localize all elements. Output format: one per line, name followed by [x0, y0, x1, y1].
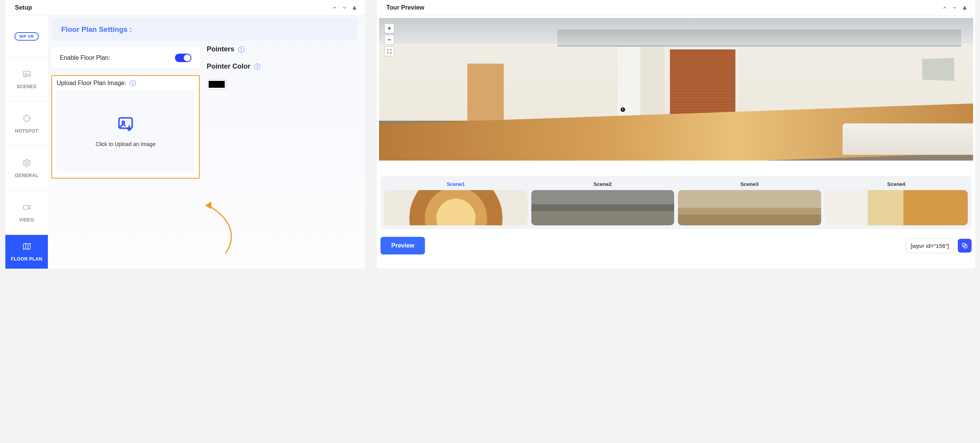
shortcode-block: [wpvr id="156"] [906, 238, 972, 253]
sidebar-item-video[interactable]: VIDEO [5, 190, 48, 235]
info-icon[interactable]: i [130, 80, 136, 86]
copy-shortcode-button[interactable] [958, 239, 972, 253]
scene-thumb-3[interactable]: Scene3 [678, 181, 821, 225]
enable-floor-plan-label: Enable Floor Plan: [60, 54, 110, 61]
upload-hint-text: Click to Upload an Image [96, 141, 155, 147]
video-icon [22, 203, 31, 212]
pointer-color-label-text: Pointer Color [207, 62, 250, 71]
scene-thumb-4[interactable]: Scene4 [825, 181, 968, 225]
scene-thumb-1[interactable]: Scene1 [384, 181, 528, 225]
upload-floor-plan-label: Upload Floor Plan Image: i [57, 80, 194, 87]
copy-icon [961, 242, 968, 249]
enable-floor-plan-row: Enable Floor Plan: [51, 48, 200, 68]
collapse-down-icon[interactable] [951, 4, 959, 11]
sidebar-item-hotspot[interactable]: HOTSPOT [5, 102, 48, 146]
settings-title-bar: Floor Plan Settings : [51, 18, 358, 41]
upload-floor-plan-dropzone[interactable]: Click to Upload an Image [57, 90, 194, 172]
setup-title: Setup [15, 4, 32, 11]
logo-text: WP VR [15, 32, 38, 41]
settings-heading: Floor Plan Settings : [61, 25, 348, 34]
sidebar: WP VR SCENES HOTSPOT GENERAL VIDE [5, 16, 48, 269]
zoom-out-button[interactable]: − [384, 35, 394, 45]
tour-preview-viewport[interactable]: + − i [379, 18, 973, 161]
upload-label-text: Upload Floor Plan Image: [57, 80, 126, 87]
tour-preview-title: Tour Preview [386, 4, 424, 11]
collapse-up-icon[interactable] [331, 4, 338, 11]
tour-preview-panel: Tour Preview [377, 0, 975, 269]
scene-name: Scene3 [740, 181, 758, 187]
upload-floor-plan-box: Upload Floor Plan Image: i C [51, 75, 200, 179]
scene-thumbnail [678, 190, 821, 225]
svg-marker-11 [23, 243, 30, 249]
gear-icon [22, 158, 31, 167]
sidebar-item-general[interactable]: GENERAL [5, 146, 48, 190]
svg-marker-10 [28, 205, 30, 209]
viewport-controls: + − [384, 23, 394, 56]
scene-name: Scene1 [447, 181, 465, 187]
upload-image-icon [117, 115, 134, 133]
sidebar-item-label: VIDEO [19, 217, 34, 223]
scene-thumbnail [384, 190, 528, 225]
collapse-triangle-icon[interactable] [351, 4, 358, 11]
setup-header-controls [331, 4, 358, 11]
svg-point-8 [26, 162, 28, 164]
preview-bottom-row: Preview [wpvr id="156"] [379, 237, 973, 254]
crosshair-icon [22, 114, 31, 123]
scene-name: Scene2 [594, 181, 612, 187]
map-icon [22, 242, 31, 251]
image-icon [22, 69, 31, 79]
hotspot-marker[interactable]: i [620, 107, 626, 113]
sidebar-item-label: FLOOR PLAN [11, 256, 42, 262]
info-icon[interactable]: i [254, 64, 260, 70]
pointers-heading: Pointers i [207, 45, 358, 53]
preview-button[interactable]: Preview [381, 237, 425, 254]
setup-panel: Setup WP VR SCENES [5, 0, 365, 269]
scene-render [379, 18, 973, 161]
scene-name: Scene4 [887, 181, 905, 187]
scene-thumb-2[interactable]: Scene2 [531, 181, 675, 225]
svg-marker-16 [205, 202, 211, 209]
svg-marker-17 [963, 6, 967, 10]
shortcode-text[interactable]: [wpvr id="156"] [906, 238, 954, 253]
fullscreen-icon [387, 49, 392, 54]
collapse-down-icon[interactable] [341, 4, 348, 11]
collapse-triangle-icon[interactable] [961, 4, 969, 11]
svg-point-3 [24, 115, 30, 121]
pointers-heading-text: Pointers [207, 45, 234, 53]
color-swatch [209, 81, 225, 88]
scene-thumbnail [531, 190, 675, 225]
svg-point-2 [25, 73, 26, 74]
enable-floor-plan-toggle[interactable] [175, 54, 191, 62]
tour-preview-header: Tour Preview [377, 0, 975, 16]
fullscreen-button[interactable] [384, 46, 394, 56]
scene-thumbnail [825, 190, 968, 225]
info-icon[interactable]: i [238, 46, 244, 53]
svg-rect-9 [23, 205, 28, 209]
setup-panel-header: Setup [5, 0, 365, 16]
zoom-in-button[interactable]: + [384, 23, 394, 33]
tour-preview-header-controls [941, 4, 969, 11]
sidebar-item-scenes[interactable]: SCENES [5, 57, 48, 102]
main-content: Floor Plan Settings : Enable Floor Plan:… [48, 16, 365, 269]
sidebar-item-label: GENERAL [15, 173, 38, 178]
svg-marker-0 [353, 6, 356, 10]
scene-thumbnail-strip: Scene1 Scene2 Scene3 Scene4 [381, 176, 972, 229]
sidebar-item-label: HOTSPOT [15, 128, 38, 134]
annotation-arrow-icon [204, 198, 250, 255]
logo: WP VR [5, 16, 48, 57]
sidebar-item-label: SCENES [17, 84, 37, 89]
collapse-up-icon[interactable] [941, 4, 949, 11]
sidebar-item-floor-plan[interactable]: FLOOR PLAN [5, 235, 48, 269]
pointer-color-swatch[interactable] [207, 79, 227, 90]
pointer-color-heading: Pointer Color i [207, 62, 358, 71]
